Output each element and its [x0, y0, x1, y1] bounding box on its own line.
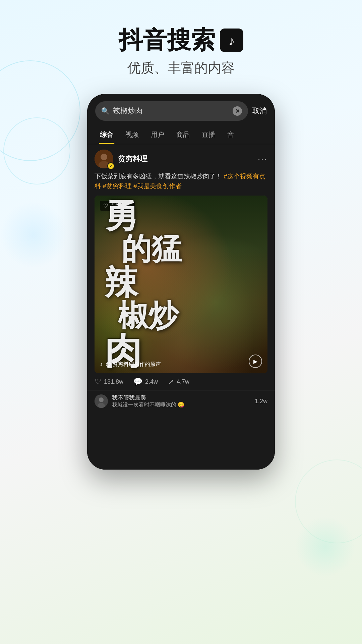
- video-text-overlay: 勇 的猛 辣 椒炒 肉: [101, 216, 261, 353]
- video-thumbnail[interactable]: 点赞较多 勇 的猛 辣 椒炒: [95, 196, 267, 373]
- comment-button[interactable]: 💬 2.4w: [133, 377, 158, 386]
- share-count: 4.7w: [177, 378, 189, 385]
- app-subtitle: 优质、丰富的内容: [0, 59, 362, 77]
- tab-video[interactable]: 视频: [119, 125, 145, 144]
- comment-body-text: 我就没一次看时不咽唾沫的 😋: [112, 401, 251, 409]
- tiktok-sound-icon: ♪: [100, 361, 103, 368]
- tab-product[interactable]: 商品: [170, 125, 196, 144]
- more-options-button[interactable]: ···: [258, 154, 267, 164]
- interaction-bar: ♡ 131.8w 💬 2.4w ↗ 4.7w: [87, 373, 275, 390]
- hashtag-3[interactable]: #我是美食创作者: [133, 182, 182, 190]
- search-cancel-button[interactable]: 取消: [252, 106, 267, 116]
- search-clear-button[interactable]: ✕: [233, 106, 242, 116]
- phone-device: 🔍 辣椒炒肉 ✕ 取消 综合 视频 用户 商品: [87, 94, 275, 470]
- search-icon: 🔍: [101, 107, 110, 115]
- post-description-text: 下饭菜到底有多凶猛，就看这道辣椒炒肉了！: [95, 173, 222, 180]
- tab-live[interactable]: 直播: [196, 125, 221, 144]
- tab-audio[interactable]: 音: [221, 125, 240, 144]
- app-header: 抖音搜索 ♪ 优质、丰富的内容: [0, 0, 362, 87]
- author-name[interactable]: 贫穷料理: [118, 154, 147, 164]
- post-description: 下饭菜到底有多凶猛，就看这道辣椒炒肉了！ #这个视频有点料 #贫穷料理 #我是美…: [87, 172, 275, 196]
- play-button[interactable]: ▶: [249, 355, 262, 368]
- video-char-2: 的猛: [121, 233, 182, 265]
- like-icon: ♡: [95, 377, 101, 386]
- like-button[interactable]: ♡ 131.8w: [95, 377, 123, 386]
- comment-text-area: 我不管我最美 我就没一次看时不咽唾沫的 😋: [112, 394, 251, 409]
- svg-point-6: [99, 397, 104, 402]
- tab-user[interactable]: 用户: [145, 125, 170, 144]
- video-char-4: 椒炒: [118, 299, 178, 332]
- phone-screen: 🔍 辣椒炒肉 ✕ 取消 综合 视频 用户 商品: [87, 94, 275, 470]
- author-avatar: ✓: [95, 150, 113, 168]
- comment-icon: 💬: [133, 377, 142, 386]
- author-verified-badge: ✓: [107, 162, 115, 170]
- search-bar: 🔍 辣椒炒肉 ✕ 取消: [87, 94, 275, 125]
- commenter-avatar: [95, 394, 108, 408]
- search-tabs: 综合 视频 用户 商品 直播 音: [87, 125, 275, 144]
- svg-text:♪: ♪: [229, 34, 235, 48]
- sound-info-bar: ♪ @ 贫穷料理创作的原声: [100, 361, 161, 368]
- post-author-row: ✓ 贫穷料理 ···: [87, 144, 275, 172]
- like-count: 131.8w: [104, 378, 123, 385]
- phone-mockup-container: 🔍 辣椒炒肉 ✕ 取消 综合 视频 用户 商品: [0, 94, 362, 470]
- comment-count: 2.4w: [145, 378, 158, 385]
- hashtag-2[interactable]: #贫穷料理: [103, 182, 133, 190]
- search-results: ✓ 贫穷料理 ··· 下饭菜到底有多凶猛，就看这道辣椒炒肉了！ #这个视频有点料…: [87, 144, 275, 470]
- video-char-1: 勇: [105, 198, 138, 233]
- app-title: 抖音搜索 ♪: [0, 27, 362, 53]
- search-input-wrap[interactable]: 🔍 辣椒炒肉 ✕: [95, 101, 248, 121]
- tab-comprehensive[interactable]: 综合: [94, 125, 119, 144]
- comment-engagement-count: 1.2w: [255, 398, 267, 405]
- comment-preview-row: 我不管我最美 我就没一次看时不咽唾沫的 😋 1.2w: [87, 390, 275, 412]
- tiktok-logo-icon: ♪: [220, 29, 243, 52]
- search-query-text: 辣椒炒肉: [113, 106, 229, 116]
- sound-label: @ 贫穷料理创作的原声: [106, 361, 161, 368]
- svg-point-3: [101, 154, 107, 160]
- video-char-3: 辣: [105, 264, 138, 301]
- commenter-name: 我不管我最美: [112, 394, 251, 401]
- share-icon: ↗: [168, 377, 174, 386]
- share-button[interactable]: ↗ 4.7w: [168, 377, 189, 386]
- app-title-text: 抖音搜索: [119, 27, 215, 53]
- bg-decoration-blob: [295, 517, 355, 577]
